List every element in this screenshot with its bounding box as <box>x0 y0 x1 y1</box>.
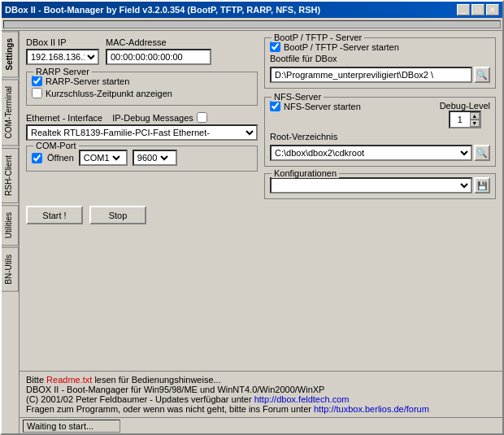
nfs-start-checkbox[interactable] <box>270 101 280 111</box>
eth-labels-row: Ethernet - Interface IP-Debug Messages <box>26 112 258 123</box>
spin-down-btn[interactable]: ▼ <box>470 120 480 127</box>
bottom-text: Bitte Readme.txt lesen für Bedienungshin… <box>20 371 502 417</box>
readme-after: lesen für Bedienungshinweise... <box>92 375 220 385</box>
bootfile-label: Bootfile für DBox <box>270 54 337 63</box>
info-line3: Fragen zum Programm, oder wenn was nicht… <box>26 404 496 414</box>
stop-button[interactable]: Stop <box>89 206 146 224</box>
config-group: Konfigurationen 💾 <box>264 173 496 199</box>
readme-before: Bitte <box>26 375 46 385</box>
ip-group: DBox II IP 192.168.136.1 <box>26 37 99 65</box>
spin-up-btn[interactable]: ▲ <box>470 112 480 120</box>
spinner-btns: ▲ ▼ <box>470 112 480 127</box>
mac-group: MAC-Addresse <box>106 37 211 65</box>
line2-start: (C) 2001/02 Peter Feldbaumer - Updates v… <box>26 394 254 404</box>
root-path-select[interactable]: C:\dbox\dbox2\cdkroot <box>272 146 471 159</box>
debug-group: Debug-Level ▲ ▼ <box>440 101 490 128</box>
readme-line: Bitte Readme.txt lesen für Bedienungshin… <box>26 375 496 385</box>
rarp-time-checkbox[interactable] <box>32 88 42 98</box>
nfs-group: NFS-Server NFS-Server starten Debug-L <box>264 97 496 167</box>
config-group-label: Konfigurationen <box>272 168 339 178</box>
top-scrollbar <box>2 18 502 31</box>
nfs-top-row: NFS-Server starten Debug-Level ▲ <box>270 101 490 128</box>
baud-select[interactable]: 9600 <box>134 151 171 164</box>
window-controls: _ □ ✕ <box>457 4 499 15</box>
tab-bn-utils[interactable]: BN-Utils <box>2 247 19 292</box>
ip-dropdown[interactable]: 192.168.136.1 <box>26 49 99 65</box>
eth-label: Ethernet - Interface <box>26 113 102 123</box>
forum-url[interactable]: http://tuxbox.berlios.de/forum <box>314 404 429 414</box>
config-select[interactable] <box>272 179 471 192</box>
start-button[interactable]: Start ! <box>26 206 83 224</box>
title-bar: DBox II - Boot-Manager by Field v3.2.0.3… <box>2 2 502 18</box>
bootfile-browse-btn[interactable]: 🔍 <box>474 67 490 83</box>
main-layout: Settings COM-Terminal RSH-Client Utiliti… <box>2 31 502 433</box>
ip-mac-row: DBox II IP 192.168.136.1 MAC-Addresse <box>26 37 258 65</box>
config-select-box[interactable] <box>270 177 472 194</box>
ip-debug-label: IP-Debug Messages <box>112 113 193 123</box>
status-text: Waiting to start... <box>27 421 93 431</box>
close-button[interactable]: ✕ <box>486 4 499 15</box>
com-port-label: COM-Port <box>33 141 79 150</box>
com-open-label: Öffnen <box>47 153 74 163</box>
rarp-time-label: Kurzschluss-Zeitpunkt anzeigen <box>46 89 172 98</box>
root-path-select-box[interactable]: C:\dbox\dbox2\cdkroot <box>270 145 472 161</box>
content-area: DBox II IP 192.168.136.1 MAC-Addresse <box>20 31 502 433</box>
rarp-time-row: Kurzschluss-Zeitpunkt anzeigen <box>32 88 252 98</box>
com-port-select-box[interactable]: COM1 <box>79 150 128 166</box>
rarp-group: RARP Server RARP-Server starten Kurzschl… <box>26 72 258 106</box>
ip-label: DBox II IP <box>26 37 99 47</box>
nfs-start-label: NFS-Server starten <box>284 102 361 111</box>
root-label: Root-Verzeichnis <box>270 132 490 141</box>
root-path-row: C:\dbox\dbox2\cdkroot 🔍 <box>270 145 490 161</box>
mac-input[interactable] <box>106 49 211 65</box>
nfs-start-col: NFS-Server starten <box>270 101 433 113</box>
baud-select-box[interactable]: 9600 <box>133 150 177 166</box>
debug-spinner: ▲ ▼ <box>449 111 481 128</box>
status-panel: Waiting to start... <box>23 420 120 433</box>
maximize-button[interactable]: □ <box>471 4 484 15</box>
eth-select[interactable]: Realtek RTL8139-Familie-PCI-Fast Etherne… <box>28 126 256 139</box>
com-port-group: COM-Port Öffnen COM1 <box>26 146 258 172</box>
minimize-button[interactable]: _ <box>457 4 470 15</box>
bootp-start-row: BootP / TFTP -Server starten <box>270 41 490 52</box>
root-browse-btn[interactable]: 🔍 <box>474 145 490 161</box>
eth-select-box[interactable]: Realtek RTL8139-Familie-PCI-Fast Etherne… <box>26 124 258 141</box>
tab-com-terminal[interactable]: COM-Terminal <box>2 79 19 146</box>
bootp-group: BootP / TFTP - Server BootP / TFTP -Serv… <box>264 37 496 89</box>
rarp-start-row: RARP-Server starten <box>32 76 252 86</box>
bootp-start-label: BootP / TFTP -Server starten <box>284 42 399 52</box>
window-title: DBox II - Boot-Manager by Field v3.2.0.3… <box>5 5 320 15</box>
bootfile-input[interactable] <box>270 67 472 83</box>
nfs-start-row: NFS-Server starten <box>270 101 433 111</box>
dbox-url[interactable]: http://dbox.feldtech.com <box>254 394 350 404</box>
inner-content: DBox II IP 192.168.136.1 MAC-Addresse <box>20 31 502 371</box>
mac-label: MAC-Addresse <box>106 37 211 47</box>
com-open-checkbox[interactable] <box>32 153 42 163</box>
rarp-start-label: RARP-Server starten <box>46 76 129 86</box>
config-row: 💾 <box>270 177 490 194</box>
main-window: DBox II - Boot-Manager by Field v3.2.0.3… <box>0 0 504 435</box>
bootp-start-checkbox[interactable] <box>270 41 280 52</box>
ethernet-section: Ethernet - Interface IP-Debug Messages R… <box>26 112 258 141</box>
ip-select[interactable]: 192.168.136.1 <box>28 50 98 63</box>
bootfile-row: 🔍 <box>270 67 490 83</box>
tab-strip: Settings COM-Terminal RSH-Client Utiliti… <box>2 31 20 433</box>
left-panel: DBox II IP 192.168.136.1 MAC-Addresse <box>26 37 258 199</box>
tab-settings[interactable]: Settings <box>2 31 19 77</box>
nfs-group-label: NFS-Server <box>272 92 324 102</box>
bootp-group-label: BootP / TFTP - Server <box>272 33 364 42</box>
right-panel: BootP / TFTP - Server BootP / TFTP -Serv… <box>264 37 496 199</box>
com-port-select[interactable]: COM1 <box>80 151 123 164</box>
info-line1: DBOX II - Boot-Mangager für Win95/98/ME … <box>26 385 496 394</box>
tab-rsh-client[interactable]: RSH-Client <box>2 148 19 203</box>
tab-utilities[interactable]: Utilities <box>2 205 19 246</box>
readme-link[interactable]: Readme.txt <box>46 375 92 385</box>
rarp-start-checkbox[interactable] <box>32 76 42 86</box>
ip-debug-row: IP-Debug Messages <box>112 112 207 123</box>
ip-debug-checkbox[interactable] <box>197 112 207 123</box>
debug-input[interactable] <box>450 112 470 127</box>
status-bar: Waiting to start... <box>20 417 502 433</box>
config-save-btn[interactable]: 💾 <box>474 177 490 194</box>
scroll-track[interactable] <box>3 20 501 28</box>
debug-label: Debug-Level <box>440 101 490 111</box>
